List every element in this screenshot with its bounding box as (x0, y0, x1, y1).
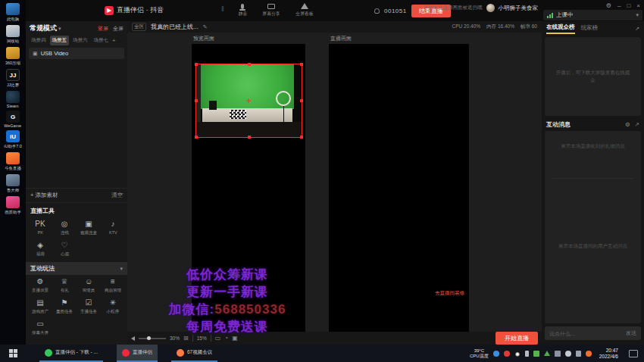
tool-gift[interactable]: ♕ 有礼 (52, 275, 77, 296)
taskbar-item-meeting[interactable]: 67视频会议 (171, 345, 217, 362)
mode-title[interactable]: 常规模式 (30, 23, 57, 33)
tool-live-settings[interactable]: ⚙ 直播设置 (28, 275, 52, 296)
timer-icon[interactable]: ◔ (224, 335, 228, 342)
webcam-source-selected[interactable]: ✛ (195, 64, 302, 138)
resize-handle[interactable] (248, 136, 251, 139)
portrait-mode-toggle[interactable]: 竖屏 (98, 25, 108, 33)
scene-tab-7[interactable]: 场景七 (92, 36, 111, 45)
source-usb-video[interactable]: ▣ USB Video (29, 48, 124, 59)
screen: 此电脑 回收站 360压缩 JJ JJ比赛 Steam G WeGame iU … (0, 0, 644, 362)
desktop-icon-douyu[interactable]: 斗鱼直播 (0, 152, 26, 172)
screen-mode-icon[interactable]: ▣ (232, 335, 238, 342)
fullscreen-board-button[interactable]: 全屏看板 (295, 2, 314, 17)
preview-pane[interactable]: ✛ (192, 44, 305, 332)
desktop-icon-steam[interactable]: Steam (0, 91, 26, 108)
titlebar-toolbar: ‖ 静音 屏幕分享 全屏看板 (221, 2, 314, 17)
resize-handle[interactable] (300, 136, 303, 139)
tray-flame-icon[interactable] (586, 351, 592, 357)
mute-button[interactable]: 静音 (238, 2, 248, 17)
network-status-dropdown[interactable]: 上课中 ▾ (543, 10, 642, 20)
tool-star-task[interactable]: ⚑ 星图任务 (52, 296, 77, 317)
taskbar-item-downloader[interactable]: 直播伴侣 - 下载 - ... (39, 345, 103, 362)
resize-handle[interactable] (300, 99, 303, 102)
category-tag[interactable]: 全区 (132, 23, 146, 31)
tool-pk[interactable]: PK PK (28, 217, 52, 239)
qq-icon[interactable] (514, 351, 521, 357)
tray-red-app-icon[interactable] (504, 351, 510, 357)
volume-percent: 30% (170, 335, 180, 341)
desk-surface (202, 108, 292, 122)
resize-handle[interactable] (195, 63, 198, 66)
slider-knob[interactable] (147, 336, 151, 340)
add-scene-button[interactable]: + (112, 37, 116, 44)
chevron-down-icon[interactable]: ▾ (58, 26, 98, 32)
start-button[interactable] (0, 345, 26, 362)
popout-icon[interactable]: ↗ (635, 121, 639, 128)
scene-tab-6[interactable]: 场景六 (70, 36, 90, 45)
desktop-icon-ludashi[interactable]: 鲁大师 (0, 174, 26, 194)
tool-wish[interactable]: ♡ 心愿 (52, 239, 77, 260)
resize-handle[interactable] (300, 63, 303, 66)
resize-handle[interactable] (195, 136, 198, 139)
notification-center-icon[interactable] (629, 350, 638, 357)
start-live-button[interactable]: 开始直播 (496, 332, 538, 345)
settings-gear-icon[interactable]: ⚙ (606, 3, 611, 9)
avatar[interactable] (486, 4, 495, 12)
send-button[interactable]: 发送 (626, 329, 636, 337)
desktop-icon-huazhi[interactable]: 画质助手 (0, 196, 26, 216)
tool-admin[interactable]: ☺ 管理员 (77, 275, 101, 296)
microphone-tray-icon[interactable] (525, 351, 529, 357)
desktop-icon-this-pc[interactable]: 此电脑 (0, 3, 26, 23)
tray-accelerator-icon[interactable] (544, 351, 550, 356)
username[interactable]: 小明狮子美食家 (499, 5, 539, 12)
scene-panel-header: 常规模式 ▾ 竖屏 全屏 (26, 21, 127, 35)
decorate-room-link[interactable]: 去直播间装修 (435, 290, 464, 297)
tray-blue-app-icon[interactable] (493, 351, 499, 357)
clear-button[interactable]: 清空 (111, 192, 123, 199)
grid-layout-icon[interactable]: ⊞ (183, 335, 189, 342)
tool-link[interactable]: ◎ 连线 (52, 217, 77, 239)
tray-move-icon[interactable] (576, 351, 581, 357)
tool-game-promo[interactable]: ▤ 游戏推广 (28, 296, 52, 317)
tab-online-viewers[interactable]: 在线观众榜 (546, 23, 575, 34)
tool-video-mic[interactable]: ▣ 视频连麦 (77, 217, 101, 239)
gear-icon[interactable]: ⚙ (625, 121, 630, 128)
desktop-icon-iu-helper[interactable]: iU iU助手7.0 (0, 130, 26, 150)
chat-icon[interactable]: ▭ (215, 335, 221, 342)
minimize-button[interactable]: – (617, 3, 621, 9)
tab-player-rank[interactable]: 玩家榜 (581, 24, 599, 33)
chat-input[interactable] (549, 331, 623, 336)
scene-tab-5-active[interactable]: 场景五 (50, 36, 70, 45)
speaker-tray-icon[interactable] (565, 351, 571, 357)
maximize-button[interactable]: □ (627, 3, 630, 9)
tool-danmu-screen[interactable]: ▭ 弹幕大屏 (28, 317, 52, 339)
taskbar-clock[interactable]: 20:47 2022/4/6 (596, 348, 621, 359)
interact-section-header[interactable]: 互动玩法 ▾ (26, 262, 127, 275)
popout-icon[interactable]: ↗ (635, 26, 639, 32)
tool-goods-manage[interactable]: ≡ 商品管理 (101, 275, 125, 296)
add-material-button[interactable]: + 添加素材 (30, 192, 111, 199)
desktop-icon-recycle-bin[interactable]: 回收站 (0, 25, 26, 45)
scene-tab-4[interactable]: 场景四 (29, 36, 48, 45)
tray-green-square-icon[interactable] (533, 351, 539, 357)
stream-info-bar: 全区 我真的已经上线... ✎ CPU 20.40% 内存 16.40% 帧率 … (127, 21, 542, 33)
tool-lucky-bag[interactable]: ◈ 福袋 (28, 239, 52, 260)
edit-title-icon[interactable]: ✎ (203, 24, 448, 30)
fullscreen-toggle[interactable]: 全屏 (113, 25, 123, 33)
speaker-icon[interactable] (131, 336, 135, 341)
volume-slider[interactable] (139, 338, 166, 339)
desktop-icon-360zip[interactable]: 360压缩 (0, 47, 26, 67)
desktop-icon-jj-match[interactable]: JJ JJ比赛 (0, 69, 26, 89)
live-pane-label: 直播画面 (330, 35, 352, 42)
desktop-icon-label: 此电脑 (7, 16, 19, 22)
tool-anchor-task[interactable]: ☑ 主播任务 (77, 296, 101, 317)
tool-ktv[interactable]: ♪ KTV (101, 217, 125, 239)
resize-handle[interactable] (195, 99, 198, 102)
close-button[interactable]: × (636, 3, 640, 9)
resize-handle[interactable] (248, 63, 251, 66)
screen-share-button[interactable]: 屏幕分享 (261, 2, 281, 17)
taskbar-item-live-companion[interactable]: 直播伴侣 (117, 345, 158, 362)
tray-tv-icon[interactable] (555, 351, 561, 357)
tool-mini-program[interactable]: ✳ 小程序 (101, 296, 125, 317)
desktop-icon-wegame[interactable]: G WeGame (0, 111, 26, 128)
